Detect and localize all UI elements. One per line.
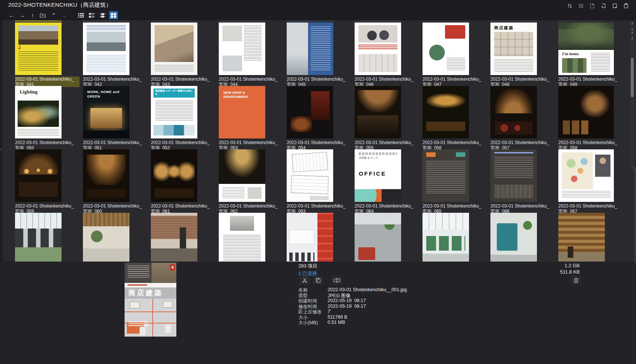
thumbnail-text: 商店建築 エディター募集のお知らせ [155, 89, 194, 95]
file-item[interactable]: 2022-03-01 Shotenkenchiku_页面_062 [219, 149, 265, 214]
file-item[interactable]: 2022-03-01 Shotenkenchiku_页面_056 [422, 86, 469, 150]
thumbnail-text: I'm home. [562, 51, 579, 56]
thumbnail-text: NEW SHOP & ENVIRONMENT [223, 91, 260, 99]
pan-left-icon[interactable]: ‹ [0, 146, 2, 152]
detail-row: 距上次修改7' [298, 309, 407, 314]
file-label: 2022-03-01 Shotenkenchiku_页面_065 [422, 203, 487, 214]
thumbnail-sliver [422, 20, 469, 22]
sort-icon[interactable] [566, 2, 573, 9]
up-button[interactable]: ↑ [29, 12, 36, 18]
file-item[interactable]: 2022-03-01 Shotenkenchiku_页面_061 [151, 149, 197, 214]
issue-number-badge: 4 [170, 264, 175, 271]
preview-image[interactable]: 4 商店建築 [125, 263, 176, 337]
file-item[interactable]: 2022-03-01 Shotenkenchiku_页面_047 [422, 23, 469, 87]
detail-label: 创建时间 [298, 298, 328, 304]
scroll-top-icon[interactable]: ∧ [630, 37, 634, 40]
copy-icon[interactable] [313, 276, 323, 284]
file-label: 2022-03-01 Shotenkenchiku_页面_045 [287, 77, 351, 87]
chevron-down-icon[interactable]: ⌄ [61, 12, 68, 18]
trash-icon[interactable] [571, 276, 581, 284]
back-button[interactable]: ← [8, 12, 15, 18]
file-item[interactable]: 2022-03-01 Shotenkenchiku_页面_044 [219, 23, 265, 87]
file-item[interactable]: 商店建築 エディター募集のお知らせ2022-03-01 Shotenkenchi… [151, 86, 197, 150]
file-label: 2022-03-01 Shotenkenchiku_页面_053 [219, 140, 283, 150]
file-label: 2022-03-01 Shotenkenchiku_页面_057 [490, 140, 555, 150]
file-item[interactable]: 2022-03-01 Shotenkenchiku_页面_073 [355, 213, 401, 262]
file-label: 2022-03-01 Shotenkenchiku_页面_050 [15, 140, 80, 150]
file-thumbnail: 商店建築 [490, 23, 537, 75]
thumbnail-sliver [287, 20, 333, 22]
file-item[interactable]: 2022-03-01 Shotenkenchiku_页面_075 [490, 213, 537, 262]
file-item[interactable]: 2022-03-01 Shotenkenchiku_页面_072 [287, 213, 333, 262]
file-thumbnail [490, 86, 537, 138]
file-item[interactable]: 2022-03-01 Shotenkenchiku_页面_066 [490, 149, 537, 214]
file-label: 2022-03-01 Shotenkenchiku_页面_067 [558, 203, 623, 214]
file-item[interactable]: Lighting2022-03-01 Shotenkenchiku_页面_050 [15, 86, 62, 150]
cut-icon[interactable] [299, 276, 310, 284]
file-item[interactable]: 2022-03-01 Shotenkenchiku_页面_074 [422, 213, 469, 262]
file-thumbnail: NEW SHOP & ENVIRONMENT [219, 86, 265, 138]
view-options-icon[interactable] [577, 2, 584, 9]
file-item[interactable]: 2022-03-01 Shotenkenchiku_页面_054 [287, 86, 333, 150]
new-file-icon[interactable] [600, 2, 607, 9]
file-item[interactable]: 2022-03-01 Shotenkenchiku_页面_057 [490, 86, 537, 150]
forward-button[interactable]: → [19, 12, 26, 18]
file-item[interactable]: 2022-03-01 Shotenkenchiku_页面_063 [287, 149, 333, 214]
file-item[interactable]: 2022-03-01 Shotenkenchiku_页面_055 [355, 86, 401, 150]
thumbnail-sliver [490, 20, 537, 22]
file-item[interactable]: 2022-03-01 Shotenkenchiku_页面_042 [83, 23, 129, 87]
file-item[interactable]: 2022-03-01 Shotenkenchiku_页面_068 [15, 213, 62, 262]
file-thumbnail [355, 213, 401, 262]
folder-up-icon[interactable] [40, 13, 47, 18]
file-thumbnail [219, 23, 265, 75]
scroll-page-up-icon[interactable]: ∧∧ [630, 28, 634, 35]
file-item[interactable]: 2022-03-01 Shotenkenchiku_页面_046 [355, 23, 401, 87]
paste-icon[interactable] [622, 2, 629, 9]
file-thumbnail [287, 23, 333, 75]
file-item[interactable]: 2022-03-01 Shotenkenchiku_页面_058 [558, 86, 614, 150]
file-item[interactable]: 2022-03-01 Shotenkenchiku_页面_071 [219, 213, 265, 262]
file-thumbnail [219, 149, 265, 202]
chevron-up-icon[interactable]: ⌃ [50, 12, 57, 18]
view-content-button[interactable] [98, 11, 107, 19]
file-item[interactable]: WORK, HOME and GREEN2022-03-01 Shotenken… [83, 86, 129, 150]
detail-value: JPEG 图像 [328, 293, 350, 298]
toolbar: ← → ↑ ⌃ ⌄ [0, 11, 636, 20]
file-item[interactable]: 2022-03-01 Shotenkenchiku_页面_045 [287, 23, 333, 87]
detail-row: 修改时间2022-05-19 08:17 [298, 304, 407, 309]
file-item[interactable]: 2022-03-01 Shotenkenchiku_页面_043 [151, 23, 197, 87]
page-icon[interactable] [611, 2, 618, 9]
file-item[interactable]: I'm home.2022-03-01 Shotenkenchiku_页面_04… [558, 23, 614, 87]
title-bar: 2022-SHOTENKENCHIKU（商店建筑） [0, 0, 636, 11]
file-item[interactable]: 2022-03-01 Shotenkenchiku_页面_070 [151, 213, 197, 262]
file-item[interactable]: 22022-03-01 Shotenkenchiku_页面_041 [15, 23, 62, 87]
file-item[interactable]: OFFICE大特集 オフィス2022-03-01 Shotenkenchiku_… [355, 149, 401, 214]
file-thumbnail [422, 23, 469, 75]
view-grid-button[interactable] [109, 11, 118, 19]
detail-row: 大小511769 B [298, 314, 407, 320]
file-label: 2022-03-01 Shotenkenchiku_页面_044 [219, 77, 283, 87]
detail-row: 创建时间2022-05-19 08:17 [298, 298, 407, 304]
file-item[interactable]: 2022-03-01 Shotenkenchiku_页面_060 [83, 149, 129, 214]
view-list-button[interactable] [77, 11, 85, 19]
rename-icon[interactable] [332, 276, 342, 284]
file-item[interactable]: 2022-03-01 Shotenkenchiku_页面_059 [15, 149, 62, 214]
file-item[interactable]: 2022-03-01 Shotenkenchiku_页面_065 [422, 149, 469, 214]
file-thumbnail [151, 23, 197, 75]
file-label: 2022-03-01 Shotenkenchiku_页面_064 [355, 203, 419, 214]
file-item[interactable]: 2022-03-01 Shotenkenchiku_页面_069 [83, 213, 129, 262]
action-button-group [299, 276, 342, 284]
view-mode-group [77, 11, 118, 19]
file-item[interactable]: 2022-03-01 Shotenkenchiku_页面_067 [558, 149, 614, 214]
file-thumbnail [287, 86, 333, 138]
file-item[interactable]: 2022-03-01 Shotenkenchiku_页面_076 [558, 213, 605, 262]
view-tiles-button[interactable] [87, 11, 96, 19]
file-label: 2022-03-01 Shotenkenchiku_页面_048 [490, 77, 555, 87]
file-item[interactable]: 商店建築2022-03-01 Shotenkenchiku_页面_048 [490, 23, 537, 87]
file-item[interactable]: NEW SHOP & ENVIRONMENT2022-03-01 Shotenk… [219, 86, 265, 150]
select-file-icon[interactable] [589, 2, 595, 9]
file-label: 2022-03-01 Shotenkenchiku_页面_042 [83, 77, 147, 87]
panel-drag-grip[interactable] [634, 167, 636, 262]
scrollbar-thumb[interactable] [631, 58, 634, 97]
scroll-up-icon[interactable]: ∧ [630, 22, 634, 25]
